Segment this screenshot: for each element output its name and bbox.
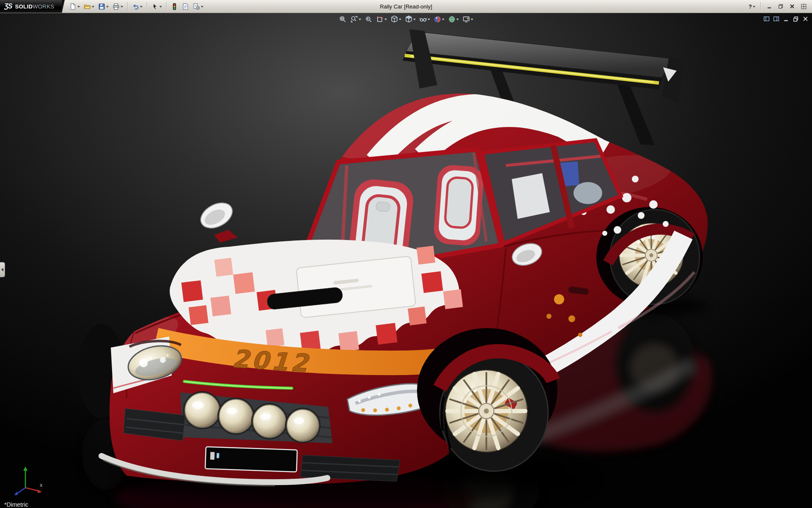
- window-controls: ?: [747, 0, 812, 13]
- help-button[interactable]: ?: [747, 2, 757, 11]
- view-orientation-button[interactable]: [390, 15, 402, 24]
- new-document-icon: [69, 3, 77, 10]
- edit-appearance-button[interactable]: [433, 15, 445, 24]
- titlebar: ƷS SOLIDWORKS Rally Car [Read-only] ?: [0, 0, 812, 13]
- workspace-layout-button[interactable]: [798, 2, 809, 11]
- display-style-button[interactable]: [404, 15, 417, 24]
- doc-restore-button[interactable]: [793, 16, 799, 22]
- toolbar-separator: [760, 2, 761, 11]
- close-button[interactable]: [787, 2, 797, 11]
- document-window-controls: [763, 16, 809, 22]
- glasses-icon: [419, 15, 427, 23]
- view-orientation-cube-icon: [390, 15, 398, 23]
- options-button[interactable]: [191, 1, 205, 12]
- pane-right-icon: [773, 16, 779, 22]
- section-view-button[interactable]: [375, 15, 388, 24]
- license-plate: [205, 447, 297, 472]
- restore-button[interactable]: [776, 2, 786, 11]
- undo-icon: [132, 3, 139, 10]
- apply-scene-button[interactable]: [447, 15, 460, 24]
- zoom-to-fit-icon: [339, 15, 347, 23]
- minimize-button[interactable]: [764, 2, 774, 11]
- solidworks-logo: ƷS SOLIDWORKS: [0, 0, 62, 13]
- appearance-ball-icon: [433, 15, 442, 23]
- doc-close-icon: [802, 16, 809, 22]
- display-style-icon: [405, 15, 413, 23]
- triad-x-label: x: [40, 482, 43, 488]
- doc-restore-icon: [793, 16, 799, 22]
- pane-left-icon: [763, 16, 770, 22]
- heads-up-view-toolbar: [338, 15, 474, 24]
- pane-left-button[interactable]: [763, 16, 770, 22]
- doc-minimize-button[interactable]: [783, 16, 789, 22]
- dassault-mark-icon: ƷS: [4, 3, 12, 10]
- scene-globe-icon: [448, 15, 456, 23]
- pane-right-button[interactable]: [773, 16, 779, 22]
- workspace-grid-icon: [801, 4, 807, 9]
- open-button[interactable]: [82, 1, 96, 12]
- select-cursor-icon: [151, 3, 159, 10]
- graphics-area[interactable]: 2012: [0, 13, 812, 508]
- file-properties-icon: [182, 3, 189, 10]
- doc-minimize-icon: [783, 16, 789, 22]
- toolbar-separator: [127, 2, 128, 11]
- feature-panel-expand-tab[interactable]: [0, 262, 5, 277]
- previous-view-button[interactable]: [364, 15, 373, 24]
- orientation-triad: x: [9, 461, 47, 500]
- hide-show-items-button[interactable]: [418, 15, 431, 24]
- options-icon: [193, 3, 200, 10]
- toolbar-separator: [166, 2, 167, 11]
- 3d-model-rally-car[interactable]: 2012: [0, 13, 812, 508]
- zoom-to-area-button[interactable]: [349, 15, 362, 24]
- toolbar-separator: [147, 2, 147, 11]
- restore-icon: [778, 4, 783, 9]
- previous-view-icon: [365, 15, 373, 23]
- rebuild-icon: [171, 3, 178, 10]
- view-orientation-label: *Dimetric: [4, 501, 28, 508]
- undo-button[interactable]: [130, 1, 144, 12]
- rebuild-button[interactable]: [169, 1, 180, 12]
- zoom-to-fit-button[interactable]: [338, 15, 348, 24]
- select-button[interactable]: [150, 1, 164, 12]
- brand-text: SOLIDWORKS: [15, 3, 54, 10]
- save-button[interactable]: [96, 1, 110, 12]
- file-properties-button[interactable]: [180, 1, 191, 12]
- section-view-icon: [376, 15, 384, 23]
- minimize-icon: [767, 4, 772, 9]
- save-icon: [98, 3, 105, 10]
- zoom-to-area-icon: [350, 15, 358, 23]
- new-button[interactable]: [68, 1, 82, 12]
- year-decal: 2012: [231, 344, 311, 378]
- print-icon: [112, 3, 120, 10]
- open-folder-icon: [84, 3, 91, 10]
- view-settings-icon: [462, 15, 470, 23]
- view-settings-button[interactable]: [461, 15, 474, 24]
- triad-z-axis: [17, 488, 25, 494]
- main-toolbar: [62, 0, 207, 13]
- triad-x-axis: [25, 488, 39, 491]
- close-icon: [790, 4, 795, 9]
- print-button[interactable]: [111, 1, 125, 12]
- doc-close-button[interactable]: [802, 16, 809, 22]
